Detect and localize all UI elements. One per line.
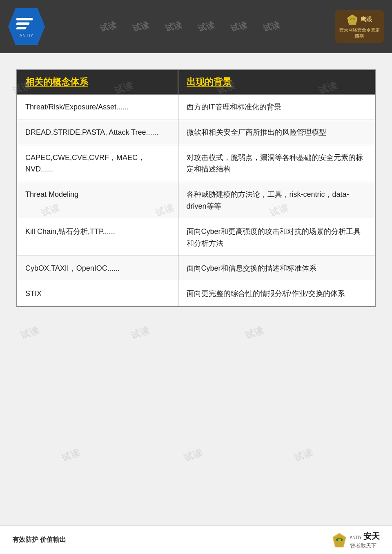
table-row: Threat/Risk/Exposure/Asset......西方的IT管理和…: [17, 94, 375, 120]
header-wm-4: 试读: [197, 19, 216, 34]
logo-stripe-1: [16, 18, 33, 20]
header-right-logo: 鹰眼 安天网络安全令营第四期: [335, 10, 384, 43]
background-cell-5: 面向Cyber和信息交换的描述和标准体系: [178, 256, 375, 281]
col1-header: 相关的概念体系: [17, 70, 178, 94]
concept-cell-2: CAPEC,CWE,CVE,CVRF，MAEC，NVD......: [17, 145, 178, 182]
table-row: Kill Chain,钻石分析,TTP......面向Cyber和更高强度的攻击…: [17, 219, 375, 256]
antiy-logo: ANTIY: [8, 8, 45, 45]
watermark-11: 试读: [60, 446, 82, 465]
background-cell-3: 各种威胁建模的方法论，工具，risk-centric，data-driven等等: [178, 182, 375, 219]
header-wm-3: 试读: [164, 19, 183, 34]
logo-stripes: [16, 16, 37, 32]
table-row: CybOX,TAXII，OpenIOC......面向Cyber和信息交换的描述…: [17, 256, 375, 281]
right-logo-brand: 鹰眼: [361, 16, 372, 24]
svg-point-3: [338, 538, 341, 542]
concept-cell-1: DREAD,STRIDE,PASTA, Attack Tree......: [17, 120, 178, 145]
footer-antiy-label: ANTIY: [350, 535, 362, 540]
background-cell-6: 面向更完整的综合性的情报分析/作业/交换的体系: [178, 281, 375, 307]
footer-eagle-icon: [331, 532, 347, 548]
concept-cell-5: CybOX,TAXII，OpenIOC......: [17, 256, 178, 281]
watermark-13: 试读: [292, 446, 315, 465]
watermark-12: 试读: [182, 446, 205, 465]
header: ANTIY 试读 试读 试读 试读 试读 试读 鹰眼 安天网络安全令营第四期: [0, 0, 392, 53]
right-logo-subtitle: 安天网络安全令营第四期: [338, 27, 381, 40]
header-wm-6: 试读: [262, 19, 281, 34]
col2-header: 出现的背景: [178, 70, 375, 94]
logo-stripe-3: [16, 27, 27, 29]
footer-left-text: 有效防护 价值输出: [12, 536, 66, 544]
logo-stripe-2: [16, 22, 30, 25]
concept-cell-6: STIX: [17, 281, 178, 307]
table-row: DREAD,STRIDE,PASTA, Attack Tree......微软和…: [17, 120, 375, 145]
header-wm-5: 试读: [229, 19, 248, 34]
logo-label: ANTIY: [20, 33, 33, 38]
eagle-icon: [347, 14, 358, 25]
footer-logo-subtext: 智者敢天下: [350, 543, 376, 549]
svg-point-1: [351, 18, 354, 21]
footer-logo-text: 安天: [363, 531, 380, 542]
concept-cell-4: Kill Chain,钻石分析,TTP......: [17, 219, 178, 256]
background-cell-1: 微软和相关安全厂商所推出的风险管理模型: [178, 120, 375, 145]
footer-logo: ANTIY 安天 智者敢天下: [331, 531, 380, 550]
concept-cell-0: Threat/Risk/Exposure/Asset......: [17, 94, 178, 120]
concept-table: 相关的概念体系 出现的背景 Threat/Risk/Exposure/Asset…: [16, 69, 376, 307]
table-row: STIX面向更完整的综合性的情报分析/作业/交换的体系: [17, 281, 375, 307]
header-watermarks: 试读 试读 试读 试读 试读 试读: [45, 21, 335, 32]
main-content: 相关的概念体系 出现的背景 Threat/Risk/Exposure/Asset…: [0, 53, 392, 344]
concept-cell-3: Threat Modeling: [17, 182, 178, 219]
footer: 有效防护 价值输出 ANTIY 安天 智者敢天下: [0, 525, 392, 554]
background-cell-0: 西方的IT管理和标准化的背景: [178, 94, 375, 120]
header-wm-1: 试读: [99, 19, 118, 34]
background-cell-4: 面向Cyber和更高强度的攻击和对抗的场景的分析工具和分析方法: [178, 219, 375, 256]
table-row: Threat Modeling各种威胁建模的方法论，工具，risk-centri…: [17, 182, 375, 219]
table-row: CAPEC,CWE,CVE,CVRF，MAEC，NVD......对攻击模式，脆…: [17, 145, 375, 182]
header-wm-2: 试读: [131, 19, 150, 34]
background-cell-2: 对攻击模式，脆弱点，漏洞等各种基础的安全元素的标定和描述结构: [178, 145, 375, 182]
